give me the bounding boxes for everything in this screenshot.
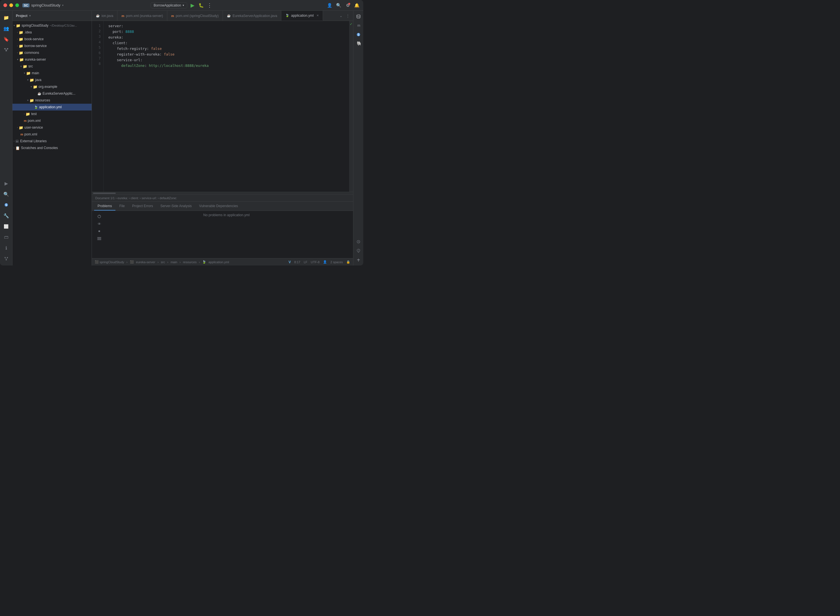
tree-main[interactable]: ▾ 📁 main <box>12 70 91 76</box>
status-encoding[interactable]: UTF-8 <box>311 260 319 264</box>
titlebar: SC springCloudStudy ▾ BorrowApplication … <box>0 0 363 11</box>
tree-java-folder-icon: 📁 <box>29 78 34 82</box>
status-lock-icon[interactable]: 🔒 <box>346 260 350 264</box>
svg-line-5 <box>6 49 8 50</box>
tree-eureka-server[interactable]: ▾ 📁 eureka-server <box>12 56 91 63</box>
status-sep1: › <box>127 260 128 264</box>
project-panel-header[interactable]: Project ▾ <box>12 11 91 21</box>
close-button[interactable] <box>3 3 7 7</box>
activity-tools-icon[interactable]: 🔧 <box>1 211 11 221</box>
tool-maven-icon[interactable]: m <box>355 22 362 29</box>
tree-resources-label: resources <box>35 98 50 102</box>
file-tree: ▾ 📁 springCloudStudy ~/Desktop/CS/Jav...… <box>12 21 91 265</box>
tab-application-yml-close-icon[interactable]: ✕ <box>316 14 319 17</box>
panel-tab-project-errors[interactable]: Project Errors <box>129 202 156 211</box>
tab-pom-spring[interactable]: m pom.xml (springCloudStudy) <box>167 11 223 21</box>
panel-more-icon[interactable] <box>96 236 102 241</box>
panel-tab-server-side[interactable]: Server-Side Analysis <box>157 202 195 211</box>
tab-ion-java[interactable]: ☕ ion.java <box>92 11 118 21</box>
activity-folder-icon[interactable]: 📁 <box>1 12 11 23</box>
tree-external-libs[interactable]: › 🏛 External Libraries <box>12 138 91 145</box>
status-git-icon[interactable]: 👤 <box>323 260 327 264</box>
notifications-icon[interactable]: 🔔 <box>354 2 360 9</box>
tree-pom-root[interactable]: m pom.xml <box>12 131 91 138</box>
panel-tab-file[interactable]: File <box>116 202 128 211</box>
svg-point-8 <box>4 257 6 258</box>
panel-tab-problems-label: Problems <box>97 204 112 208</box>
status-main-label: main <box>171 260 177 264</box>
panel-tab-vulnerable[interactable]: Vulnerable Dependencies <box>196 202 241 211</box>
activity-info-icon[interactable]: ℹ <box>1 243 11 253</box>
h-scroll-thumb[interactable] <box>93 193 116 194</box>
svg-point-14 <box>99 230 100 232</box>
profile-icon[interactable]: 👤 <box>327 2 332 9</box>
panel-dot-icon[interactable] <box>96 228 102 234</box>
tree-scratches[interactable]: › 📋 Scratches and Consoles <box>12 145 91 151</box>
tree-user-service-chevron-icon: › <box>17 126 18 129</box>
tab-pom-eureka[interactable]: m pom.xml (eureka-server) <box>118 11 167 21</box>
tree-test[interactable]: › 📁 test <box>12 110 91 117</box>
tool-pin-icon[interactable] <box>355 256 362 264</box>
more-options-button[interactable]: ⋮ <box>206 2 213 9</box>
project-name[interactable]: SC springCloudStudy ▾ <box>22 3 63 7</box>
status-position[interactable]: 8:17 <box>294 260 300 264</box>
code-line-7: service-url: <box>108 57 344 63</box>
panel-tab-project-errors-label: Project Errors <box>132 204 153 208</box>
tree-user-service-folder-icon: 📁 <box>19 126 23 130</box>
tree-root[interactable]: ▾ 📁 springCloudStudy ~/Desktop/CS/Jav... <box>12 22 91 29</box>
run-config[interactable]: BorrowApplication ▾ <box>151 2 187 9</box>
code-editor[interactable]: server: port: 8888 eureka: client: fetch… <box>104 21 349 192</box>
activity-structure-icon[interactable] <box>1 45 11 55</box>
tree-java[interactable]: ▾ 📁 java <box>12 76 91 83</box>
panel-refresh-icon[interactable] <box>96 214 102 219</box>
activity-search-icon[interactable]: 🔍 <box>1 189 11 199</box>
tree-idea[interactable]: › 📁 .idea <box>12 29 91 36</box>
tree-application-yml[interactable]: 🍃 application.yml <box>12 104 91 110</box>
tree-pom-eureka[interactable]: m pom.xml <box>12 117 91 124</box>
activity-terminal-icon[interactable]: ⬜ <box>1 221 11 232</box>
tree-borrow-service[interactable]: › 📁 borrow-service <box>12 43 91 49</box>
tool-spring-icon[interactable]: S <box>355 31 362 38</box>
horizontal-scrollbar[interactable] <box>92 192 353 194</box>
search-icon[interactable]: 🔍 <box>335 2 342 9</box>
svg-line-12 <box>6 258 7 259</box>
activity-git-icon[interactable]: 👥 <box>1 23 11 34</box>
status-project[interactable]: ⬛ springCloudStudy <box>95 260 124 264</box>
tool-history-icon[interactable] <box>355 238 362 246</box>
tree-src[interactable]: ▾ 📁 src <box>12 63 91 70</box>
tab-application-yml[interactable]: 🍃 application.yml ✕ <box>281 11 323 21</box>
status-indent[interactable]: 2 spaces <box>330 260 343 264</box>
tab-more-icon[interactable]: ⋮ <box>345 13 351 18</box>
activity-database-icon[interactable]: 🗃 <box>1 232 11 242</box>
activity-deploy-icon[interactable]: S <box>1 200 11 210</box>
panel-tab-problems[interactable]: Problems <box>94 202 115 211</box>
status-project-icon: ⬛ <box>95 260 99 264</box>
tree-eureka-app-file[interactable]: ☕ EurekaServerApplic... <box>12 90 91 97</box>
code-line-6: register-with-eureka: false <box>108 51 344 57</box>
tool-gradle-icon[interactable]: 🐘 <box>355 40 362 48</box>
debug-button[interactable]: 🐛 <box>198 2 204 9</box>
tree-book-service[interactable]: › 📁 book-service <box>12 36 91 43</box>
svg-text:S: S <box>357 33 359 36</box>
panel-eye-icon[interactable]: 👁 <box>96 221 102 227</box>
tab-expand-icon[interactable]: ⌄ <box>338 13 344 18</box>
minimize-button[interactable] <box>9 3 13 7</box>
svg-rect-2 <box>5 50 7 51</box>
tree-org-example[interactable]: ▾ 📁 org.example <box>12 83 91 90</box>
panel-tab-server-side-label: Server-Side Analysis <box>160 204 192 208</box>
tree-commons[interactable]: › 📁 commons <box>12 49 91 56</box>
maximize-button[interactable] <box>15 3 19 7</box>
tool-database-icon[interactable] <box>355 12 362 21</box>
tool-leaf-icon[interactable] <box>355 247 362 255</box>
tree-user-service[interactable]: › 📁 user-service <box>12 124 91 131</box>
tab-eureka-app[interactable]: ☕ EurekaServerApplication.java <box>223 11 281 21</box>
activity-bookmark-icon[interactable]: 🔖 <box>1 34 11 44</box>
svg-rect-16 <box>97 238 101 239</box>
settings-icon[interactable]: ⚙ <box>344 2 351 9</box>
activity-run-icon[interactable]: ▶ <box>1 178 11 188</box>
no-problems-text: No problems in application.yml <box>203 213 250 217</box>
run-button[interactable]: ▶ <box>190 2 196 9</box>
tree-resources[interactable]: ▾ 📁 resources <box>12 97 91 104</box>
status-line-ending[interactable]: LF <box>304 260 307 264</box>
activity-vcs-icon[interactable] <box>1 254 11 264</box>
